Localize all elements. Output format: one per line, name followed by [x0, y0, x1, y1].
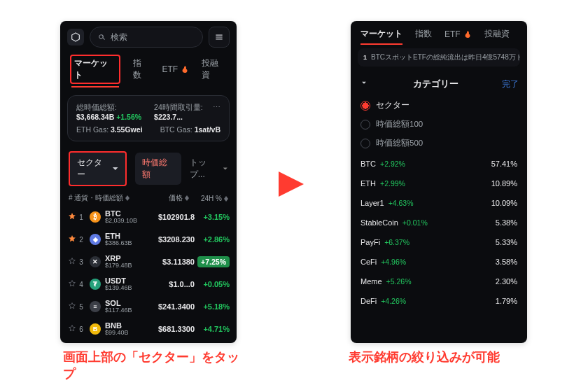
back-button[interactable]: [359, 78, 369, 90]
coin-name: BTC$2,039.10B: [105, 209, 144, 225]
radio-icon: [360, 120, 370, 130]
sector-row[interactable]: Meme+5.26%2.30%: [360, 272, 517, 291]
change-badge: +7.25%: [197, 256, 230, 267]
fav-toggle[interactable]: [67, 234, 77, 244]
fav-toggle[interactable]: [67, 302, 77, 312]
col-change[interactable]: 24H %: [189, 195, 228, 202]
category-options: セクター時価総額100時価総額500: [351, 96, 527, 153]
table-row[interactable]: 3 ✕ XRP$179.48B $3.11380 +7.25%: [67, 251, 230, 273]
coin-list: 1 ₿ BTC$2,039.10B $102901.8 +3.15% 2 ◆ E…: [60, 206, 237, 343]
fav-toggle[interactable]: [67, 257, 77, 267]
filter-bar: セクター 時価総額 トップ...: [60, 147, 237, 190]
col-coin[interactable]: # 通貨・時価総額: [69, 193, 134, 203]
search-input[interactable]: 検索: [90, 27, 203, 48]
tab-invest[interactable]: 投融資: [202, 55, 227, 84]
tab-market[interactable]: マーケット: [360, 28, 402, 40]
menu-button[interactable]: [209, 27, 230, 48]
sector-list: BTC+2.92%57.41%ETH+2.99%10.89%Layer1+4.6…: [351, 153, 527, 312]
sector-share: 57.41%: [491, 160, 517, 168]
table-row[interactable]: 5 ≡ SOL$117.46B $241.3400 +5.18%: [67, 295, 230, 318]
star-outline-icon: [68, 257, 76, 265]
sector-change: +4.63%: [388, 199, 414, 207]
sector-filter[interactable]: セクター: [69, 151, 127, 186]
sector-row[interactable]: PayFi+6.37%5.33%: [360, 232, 517, 252]
table-row[interactable]: 7 $ USDC$52.31B $1.00010 -0.03%: [67, 340, 230, 343]
sector-change: +4.96%: [381, 258, 406, 266]
coin-icon: ₮: [90, 279, 101, 290]
caption-right: 表示銘柄の絞り込みが可能: [349, 349, 545, 365]
change-text: +3.15%: [203, 213, 230, 221]
sector-row[interactable]: DeFi+4.26%1.79%: [360, 291, 517, 311]
sector-row[interactable]: BTC+2.92%57.41%: [360, 154, 517, 174]
top-filter[interactable]: トップ...: [190, 157, 228, 181]
table-row[interactable]: 1 ₿ BTC$2,039.10B $102901.8 +3.15%: [67, 206, 230, 228]
option-label: 時価総額500: [376, 138, 423, 148]
table-row[interactable]: 6 B BNB$99.40B $681.3300 +4.71%: [67, 318, 230, 340]
fav-toggle[interactable]: [67, 212, 77, 222]
chevron-down-icon: [359, 78, 369, 88]
coin-name: USDT$139.46B: [105, 276, 144, 292]
tab-etf[interactable]: ETF: [162, 55, 190, 84]
coin-name: SOL$117.46B: [105, 299, 144, 314]
news-ticker[interactable]: 1 BTCスポットETFの総純流出は昨日4億5748万ドル...: [358, 48, 520, 66]
price: $1.0...0: [144, 280, 195, 288]
col-price[interactable]: 価格: [134, 193, 189, 203]
table-row[interactable]: 4 ₮ USDT$139.46B $1.0...0 +0.05%: [67, 273, 230, 295]
table-row[interactable]: 2 ◆ ETH$386.63B $3208.230 +2.86%: [67, 228, 230, 251]
coin-icon: ✕: [90, 256, 101, 267]
option-label: セクター: [376, 100, 410, 111]
tab-etf[interactable]: ETF: [444, 28, 472, 40]
chevron-down-icon: [223, 166, 228, 172]
sort-filter[interactable]: 時価総額: [135, 153, 181, 185]
star-filled-icon: [68, 212, 76, 220]
phone-right: マーケット 指数 ETF 投融資 1 BTCスポットETFの総純流出は昨日4億5…: [351, 21, 527, 343]
change-text: +5.18%: [203, 302, 230, 311]
sector-share: 5.33%: [496, 238, 517, 246]
tabs: マーケット 指数 ETF 投融資: [351, 27, 527, 46]
arrow-icon: [267, 160, 316, 209]
fire-icon: [463, 30, 472, 38]
star-outline-icon: [68, 324, 76, 332]
fav-toggle[interactable]: [67, 324, 77, 334]
app-logo[interactable]: [67, 29, 84, 46]
category-option[interactable]: 時価総額500: [351, 134, 527, 153]
sector-name: BTC: [360, 160, 376, 168]
category-option[interactable]: 時価総額100: [351, 115, 527, 134]
rank: 1: [77, 214, 85, 221]
coin-icon: B: [90, 323, 101, 335]
coin-name: XRP$179.48B: [105, 254, 144, 270]
menu-icon: [214, 32, 224, 42]
tab-index[interactable]: 指数: [133, 55, 150, 84]
category-option[interactable]: セクター: [351, 96, 527, 115]
sector-share: 10.09%: [491, 199, 517, 207]
price: $241.3400: [144, 302, 195, 311]
tab-index[interactable]: 指数: [415, 28, 432, 40]
sector-change: +2.99%: [380, 179, 405, 188]
sector-change: +6.37%: [384, 238, 410, 246]
sector-share: 2.30%: [496, 277, 517, 286]
sector-row[interactable]: ETH+2.99%10.89%: [360, 174, 517, 193]
done-button[interactable]: 完了: [502, 78, 519, 90]
search-placeholder: 検索: [111, 31, 127, 43]
sector-row[interactable]: CeFi+4.96%3.58%: [360, 252, 517, 272]
tab-market[interactable]: マーケット: [70, 55, 120, 84]
sector-name: Meme: [360, 277, 382, 286]
fav-toggle[interactable]: [67, 279, 77, 289]
more-icon[interactable]: ⋯: [213, 103, 220, 121]
table-header: # 通貨・時価総額 価格 24H %: [60, 190, 237, 206]
tabs: マーケット 指数 ETF 投融資: [60, 53, 237, 90]
star-outline-icon: [68, 279, 76, 288]
tab-invest[interactable]: 投融資: [484, 28, 510, 40]
sector-share: 3.58%: [496, 258, 517, 266]
sector-row[interactable]: StableCoin+0.01%5.38%: [360, 213, 517, 232]
sector-share: 10.89%: [491, 179, 517, 188]
sector-name: Layer1: [360, 199, 384, 207]
category-header: カテゴリー 完了: [351, 72, 527, 96]
phone-left: 検索 マーケット 指数 ETF 投融資 総時価総額: $3,668.34B +1…: [60, 21, 237, 343]
coin-icon: ◆: [90, 234, 101, 245]
price: $102901.8: [144, 213, 195, 221]
sector-name: StableCoin: [360, 218, 398, 227]
search-icon: [97, 33, 106, 42]
coin-icon: ≡: [90, 301, 101, 312]
sector-row[interactable]: Layer1+4.63%10.09%: [360, 193, 517, 213]
